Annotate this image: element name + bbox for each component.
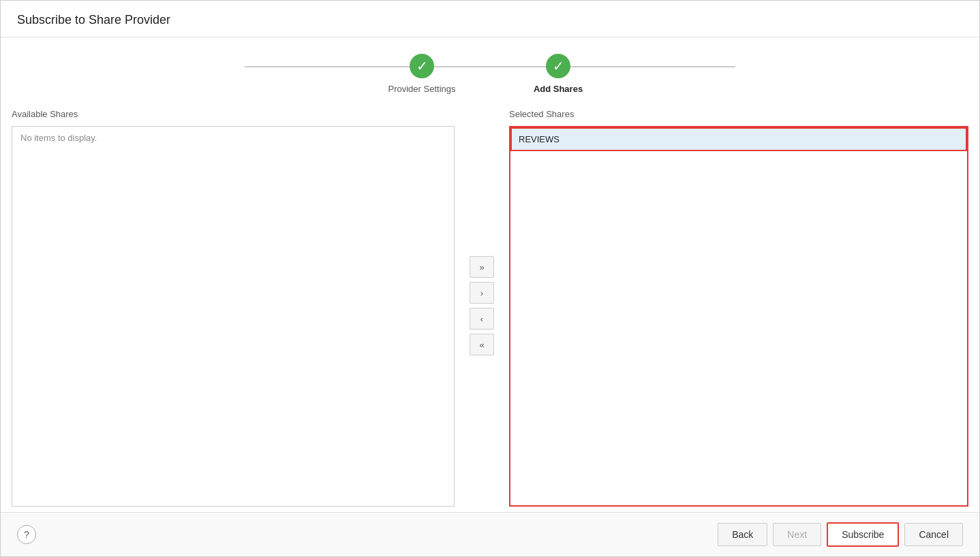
next-button[interactable]: Next (773, 523, 821, 546)
step-provider-settings-label: Provider Settings (388, 84, 456, 94)
footer: ? Back Next Subscribe Cancel (1, 512, 979, 556)
available-shares-section: Available Shares No items to display. (12, 105, 455, 507)
available-shares-label: Available Shares (12, 105, 455, 123)
selected-shares-section: Selected Shares REVIEWS (509, 105, 968, 507)
available-shares-box[interactable]: No items to display. (12, 126, 455, 507)
back-button[interactable]: Back (718, 523, 767, 546)
selected-share-item[interactable]: REVIEWS (510, 127, 967, 151)
selected-shares-label: Selected Shares (509, 105, 968, 123)
step-add-shares: ✓ Add Shares (490, 54, 626, 94)
transfer-buttons-col: » › ‹ « (455, 105, 509, 507)
remove-all-button[interactable]: « (470, 334, 494, 355)
step-add-shares-circle: ✓ (546, 54, 570, 78)
dialog-header: Subscribe to Share Provider (1, 1, 979, 37)
subscribe-button[interactable]: Subscribe (827, 522, 899, 547)
step-provider-settings: ✓ Provider Settings (354, 54, 490, 94)
checkmark-icon-2: ✓ (553, 58, 564, 74)
no-items-text: No items to display. (18, 130, 99, 146)
add-all-button[interactable]: » (470, 256, 494, 278)
step-add-shares-label: Add Shares (534, 84, 583, 94)
footer-right: Back Next Subscribe Cancel (718, 522, 963, 547)
selected-shares-box[interactable]: REVIEWS (509, 126, 968, 507)
dialog-title: Subscribe to Share Provider (17, 13, 170, 27)
cancel-button[interactable]: Cancel (904, 523, 963, 546)
help-button[interactable]: ? (17, 525, 36, 544)
checkmark-icon: ✓ (416, 58, 428, 74)
remove-one-button[interactable]: ‹ (470, 308, 494, 330)
add-one-button[interactable]: › (470, 282, 494, 304)
footer-left: ? (17, 525, 36, 544)
stepper: ✓ Provider Settings ✓ Add Shares (1, 37, 979, 105)
step-provider-settings-circle: ✓ (410, 54, 434, 78)
content-area: Available Shares No items to display. » … (1, 105, 979, 512)
